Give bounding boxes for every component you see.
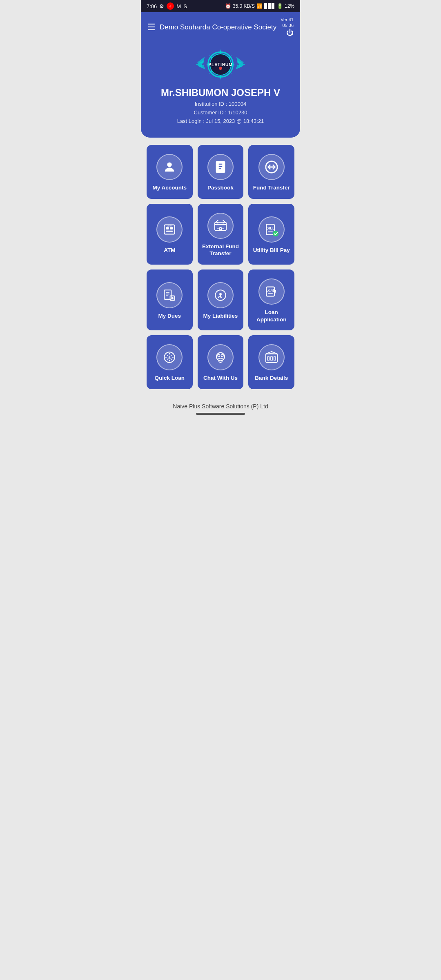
svg-rect-20 [216, 161, 218, 173]
svg-rect-27 [215, 222, 226, 230]
passbook-icon-circle [207, 154, 234, 180]
jio-icon: J [167, 2, 174, 10]
loan-application-icon-circle: LOAN [258, 278, 285, 305]
wifi-icon: 📶 [256, 3, 263, 9]
quick-loan-button[interactable]: $ Quick Loan [147, 335, 193, 389]
svg-rect-23 [166, 227, 169, 229]
svg-point-18 [219, 67, 222, 70]
my-dues-label: My Dues [158, 312, 181, 320]
platinum-badge-svg: PLATINUM [194, 46, 247, 83]
home-indicator [196, 413, 245, 415]
my-accounts-label: My Accounts [153, 184, 187, 192]
loan-application-icon: LOAN [265, 285, 278, 298]
bank-details-label: Bank Details [255, 374, 288, 382]
signal-icon: ▊▊▊ [264, 3, 275, 9]
bank-details-button[interactable]: BANK Bank Details [248, 335, 294, 389]
my-liabilities-button[interactable]: My Liabilities [198, 270, 244, 330]
chat-with-us-label: Chat With Us [203, 374, 238, 382]
grid-container: My Accounts Passbook Fund Transfer [141, 138, 300, 396]
my-liabilities-icon-circle [207, 282, 234, 308]
header: ☰ Demo Souharda Co-operative Society Ver… [141, 12, 300, 42]
svg-rect-45 [274, 357, 275, 361]
hamburger-menu-icon[interactable]: ☰ [147, 22, 156, 33]
fund-transfer-label: Fund Transfer [253, 184, 290, 192]
status-time: 7:06 [147, 3, 157, 9]
svg-rect-44 [271, 357, 272, 361]
external-fund-transfer-icon [214, 219, 227, 233]
last-login: Last Login : Jul 15, 2023 @ 18:43:21 [177, 117, 264, 126]
power-icon[interactable]: ⏻ [286, 29, 294, 37]
svg-text:BANK: BANK [269, 352, 274, 354]
my-accounts-button[interactable]: My Accounts [147, 145, 193, 199]
chat-with-us-icon-circle [207, 344, 234, 370]
skype-icon: S [183, 3, 187, 9]
my-dues-icon-circle [156, 282, 183, 308]
external-fund-transfer-icon-circle [207, 213, 234, 239]
my-liabilities-label: My Liabilities [203, 312, 238, 320]
svg-marker-4 [236, 57, 244, 63]
settings-icon: ⚙ [159, 3, 164, 9]
footer-text: Naive Plus Software Solutions (P) Ltd [173, 403, 268, 410]
status-bar: 7:06 ⚙ J M S ⏰ 35.0 KB/S 📶 ▊▊▊ 🔋 12% [141, 0, 300, 12]
profile-section: PLATINUM Mr.SHIBUMON JOSEPH V Institutio… [141, 42, 300, 138]
external-fund-transfer-button[interactable]: External Fund Transfer [198, 204, 244, 265]
svg-rect-25 [166, 231, 173, 232]
svg-point-28 [219, 227, 222, 230]
atm-button[interactable]: ATM ATM [147, 204, 193, 265]
version-label: Ver 41 [281, 17, 294, 22]
svg-marker-1 [197, 57, 205, 63]
fund-transfer-button[interactable]: Fund Transfer [248, 145, 294, 199]
customer-id: Customer ID : 1/10230 [177, 109, 264, 117]
quick-loan-icon-circle: $ [156, 344, 183, 370]
passbook-button[interactable]: Passbook [198, 145, 244, 199]
quick-loan-icon: $ [163, 350, 176, 364]
svg-point-19 [167, 163, 172, 167]
svg-point-41 [221, 354, 223, 357]
header-title: Demo Souharda Co-operative Society [156, 23, 281, 31]
battery-icon: 🔋 [277, 3, 283, 9]
status-right: ⏰ 35.0 KB/S 📶 ▊▊▊ 🔋 12% [225, 3, 294, 9]
utility-bill-pay-label: Utility Bill Pay [253, 247, 290, 254]
quick-loan-label: Quick Loan [155, 374, 185, 382]
atm-icon: ATM [163, 223, 176, 236]
my-accounts-icon-circle [156, 154, 183, 180]
profile-info: Institution ID : 100004 Customer ID : 1/… [177, 100, 264, 125]
utility-bill-pay-icon-circle: BILL [258, 216, 285, 243]
svg-point-39 [216, 353, 225, 361]
fund-transfer-icon-circle [258, 154, 285, 180]
fund-transfer-icon [265, 160, 278, 174]
chat-with-us-icon [214, 350, 227, 364]
svg-point-40 [218, 354, 220, 357]
svg-point-31 [272, 231, 278, 236]
institution-id: Institution ID : 100004 [177, 100, 264, 109]
profile-name: Mr.SHIBUMON JOSEPH V [161, 87, 280, 98]
loan-application-label: Loan Application [252, 309, 290, 323]
header-time: 05:36 [282, 23, 294, 28]
my-dues-button[interactable]: My Dues [147, 270, 193, 330]
gmail-icon: M [176, 3, 181, 9]
my-liabilities-icon [214, 288, 227, 302]
alarm-icon: ⏰ [225, 3, 231, 9]
atm-label: ATM [164, 247, 175, 254]
bank-details-icon-circle: BANK [258, 344, 285, 370]
utility-bill-pay-icon: BILL [265, 223, 278, 236]
passbook-icon [214, 160, 227, 174]
status-left: 7:06 ⚙ J M S [147, 2, 187, 10]
svg-text:PLATINUM: PLATINUM [208, 62, 232, 67]
passbook-label: Passbook [207, 184, 234, 192]
svg-text:BILL: BILL [266, 226, 275, 230]
platinum-badge: PLATINUM [194, 46, 247, 83]
my-accounts-icon [163, 160, 176, 174]
atm-icon-circle: ATM [156, 216, 183, 243]
footer: Naive Plus Software Solutions (P) Ltd [141, 396, 300, 419]
svg-text:$: $ [169, 355, 171, 360]
svg-rect-43 [267, 357, 269, 361]
chat-with-us-button[interactable]: Chat With Us [198, 335, 244, 389]
svg-text:ATM: ATM [167, 225, 172, 227]
external-fund-transfer-label: External Fund Transfer [202, 243, 240, 257]
svg-rect-24 [170, 227, 173, 229]
utility-bill-pay-button[interactable]: BILL Utility Bill Pay [248, 204, 294, 265]
bank-details-icon: BANK [265, 350, 278, 364]
header-right-info: Ver 41 05:36 ⏻ [281, 17, 294, 37]
loan-application-button[interactable]: LOAN Loan Application [248, 270, 294, 330]
